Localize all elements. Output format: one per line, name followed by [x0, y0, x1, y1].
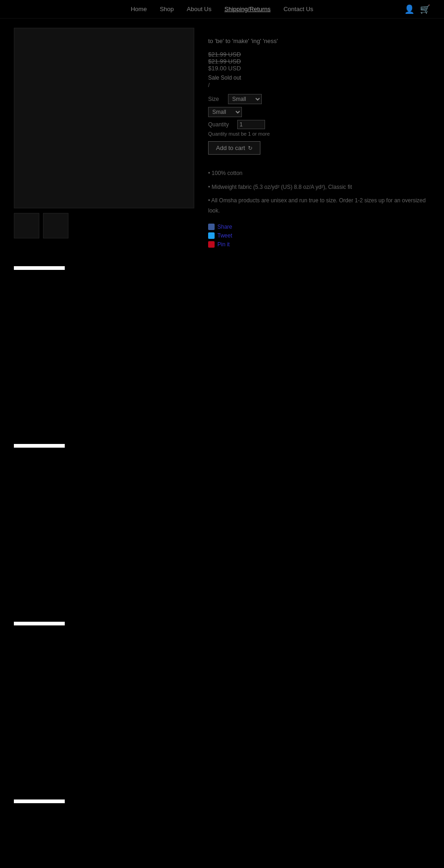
nav-about[interactable]: About Us — [187, 6, 211, 12]
thumbnail-2[interactable] — [43, 213, 68, 238]
bullet-cotton: • 100% cotton — [208, 169, 430, 179]
sale-slash: / — [208, 82, 430, 88]
pinterest-label: Pin it — [217, 241, 230, 248]
quantity-label: Quantity — [208, 121, 234, 128]
add-to-cart-button[interactable]: Add to cart ↻ — [208, 141, 260, 155]
price-block: $21.99 USD $21.99 USD $19.00 USD — [208, 51, 430, 72]
bullet-sizing: • All Omsha products are unisex and run … — [208, 196, 430, 216]
share-facebook[interactable]: Share — [208, 224, 430, 230]
bullet-fabric: • Midweight fabric (5.3 oz/yd² (US) 8.8 … — [208, 182, 430, 193]
share-twitter[interactable]: Tweet — [208, 232, 430, 239]
thumbnail-row — [14, 213, 194, 238]
facebook-icon — [208, 224, 215, 230]
product-section-2 — [0, 435, 444, 612]
section-image-4 — [0, 811, 444, 868]
header-icons: 👤 🛒 — [404, 4, 430, 14]
size-select-2[interactable]: Small Medium Large XL — [208, 107, 242, 117]
size-row-1: Size Small Medium Large XL — [208, 94, 430, 104]
quantity-input[interactable] — [237, 120, 265, 129]
product-main-image — [14, 28, 194, 208]
price-current: $19.00 USD — [208, 65, 430, 72]
nav-shop[interactable]: Shop — [160, 6, 173, 12]
account-icon[interactable]: 👤 — [404, 4, 414, 14]
share-pinterest[interactable]: Pin it — [208, 241, 430, 248]
price-original: $21.99 USD — [208, 51, 430, 58]
facebook-label: Share — [217, 224, 232, 230]
section-bar-1 — [14, 266, 65, 270]
twitter-icon — [208, 232, 215, 239]
loading-spinner-icon: ↻ — [248, 145, 253, 151]
nav-contact[interactable]: Contact Us — [284, 6, 313, 12]
header: Home Shop About Us Shipping/Returns Cont… — [0, 0, 444, 19]
share-section: Share Tweet Pin it — [208, 224, 430, 248]
nav: Home Shop About Us Shipping/Returns Cont… — [131, 6, 314, 12]
sale-label: Sale Sold out — [208, 75, 430, 81]
pinterest-icon — [208, 241, 215, 248]
nav-home[interactable]: Home — [131, 6, 147, 12]
thumbnail-1[interactable] — [14, 213, 39, 238]
size-select-1[interactable]: Small Medium Large XL — [228, 94, 262, 104]
product-details: to 'be' to 'make' 'ing' 'ness' $21.99 US… — [208, 28, 430, 248]
section-bar-4 — [14, 799, 65, 803]
section-bar-3 — [14, 622, 65, 625]
size-label: Size — [208, 96, 224, 102]
product-section-1 — [0, 257, 444, 435]
section-bar-2 — [14, 444, 65, 448]
section-image-2 — [0, 455, 444, 612]
nav-shipping[interactable]: Shipping/Returns — [224, 6, 271, 12]
quantity-row: Quantity — [208, 120, 430, 129]
twitter-label: Tweet — [217, 232, 232, 239]
price-sale: $21.99 USD — [208, 58, 430, 65]
product-description: • 100% cotton • Midweight fabric (5.3 oz… — [208, 169, 430, 216]
product-section-4 — [0, 790, 444, 868]
image-column — [14, 28, 194, 248]
add-to-cart-label: Add to cart — [216, 144, 245, 151]
section-image-1 — [0, 277, 444, 435]
section-image-3 — [0, 633, 444, 790]
size-row-2: Small Medium Large XL — [208, 107, 430, 117]
main-content: to 'be' to 'make' 'ing' 'ness' $21.99 US… — [0, 19, 444, 257]
product-title: to 'be' to 'make' 'ing' 'ness' — [208, 37, 430, 45]
product-section-3 — [0, 612, 444, 790]
quantity-note: Quantity must be 1 or more — [208, 131, 430, 137]
cart-icon[interactable]: 🛒 — [420, 4, 430, 14]
